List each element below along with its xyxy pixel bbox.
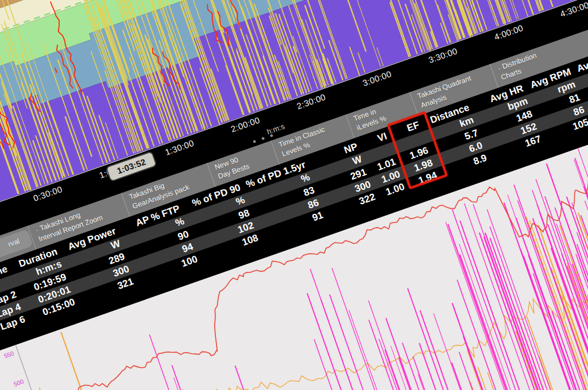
dashboard-stage: 0:30:001:00:001:30:002:00:002:30:003:00:… <box>0 0 588 390</box>
tab-label-line: rval <box>7 237 21 248</box>
app-viewport: 0:30:001:00:001:30:002:00:002:30:003:00:… <box>0 0 588 390</box>
